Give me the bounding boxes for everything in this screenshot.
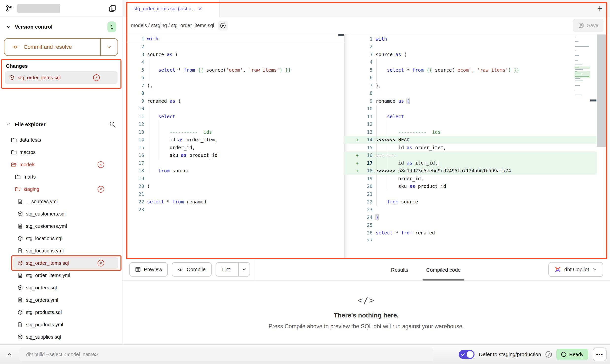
changes-annotation-box: Changes stg_order_items.sql ✕ xyxy=(1,59,121,89)
tree-item-label: macros xyxy=(19,149,36,155)
chevron-down-icon xyxy=(592,267,597,272)
defer-toggle[interactable] xyxy=(459,350,474,359)
file-explorer-header[interactable]: File explorer xyxy=(0,119,122,130)
code-line-18: +18>>>>>>> 58c1dd23d5eebd9cd2495fa7124ab… xyxy=(344,167,597,175)
dbt-copilot-button[interactable]: dbt Copilot xyxy=(548,262,603,277)
status-label: Ready xyxy=(569,352,583,357)
tree-item-label: models xyxy=(19,162,35,167)
line-number: 7 xyxy=(122,83,144,88)
line-number: 6 xyxy=(362,75,373,80)
line-number: 2 xyxy=(362,44,373,49)
code-editor-left[interactable]: 1with23source as (45 select * from {{ so… xyxy=(122,34,344,259)
close-icon[interactable]: ✕ xyxy=(198,6,202,12)
copy-icon[interactable] xyxy=(108,4,117,13)
tree-item-macros[interactable]: macros xyxy=(0,146,122,158)
new-tab-button[interactable]: + xyxy=(597,3,603,13)
lint-dropdown-button[interactable] xyxy=(238,263,250,276)
conflict-icon[interactable]: ✕ xyxy=(93,74,100,81)
tree-item-label: stg_locations.yml xyxy=(26,248,64,254)
line-number: 3 xyxy=(122,52,144,57)
version-control-badge: 1 xyxy=(107,21,116,32)
code-line-1: 1with xyxy=(344,35,597,43)
tree-item-staging[interactable]: staging✕ xyxy=(0,183,122,195)
chevron-up-icon[interactable] xyxy=(6,351,13,357)
empty-state-title: There's nothing here. xyxy=(334,312,399,319)
tab-results[interactable]: Results xyxy=(380,259,419,281)
code-line-16: +16======= xyxy=(344,151,597,159)
tree-item-stg_locations.yml[interactable]: stg_locations.yml xyxy=(0,245,122,257)
tree-item-marts[interactable]: marts xyxy=(0,171,122,183)
line-number: 8 xyxy=(122,90,144,96)
diff-added-marker: + xyxy=(344,137,362,142)
line-number: 15 xyxy=(122,145,144,150)
tree-item-stg_products.yml[interactable]: stg_products.yml xyxy=(0,318,122,331)
command-input[interactable] xyxy=(19,347,433,361)
conflict-icon[interactable]: ✕ xyxy=(98,186,104,193)
tree-item-stg_supplies.sql[interactable]: stg_supplies.sql xyxy=(0,331,122,343)
changes-file-name: stg_order_items.sql xyxy=(18,75,61,81)
code-line-13: 13 ---------- ids xyxy=(344,128,597,136)
tree-item-stg_orders.sql[interactable]: stg_orders.sql xyxy=(0,281,122,294)
line-content: id as item_id, xyxy=(376,160,438,166)
status-badge[interactable]: Ready xyxy=(556,349,588,360)
lineage-compass-icon[interactable] xyxy=(218,21,228,31)
breadcrumb-row: models / staging / stg_order_items.sql xyxy=(122,17,610,34)
code-line-14: 14 id as order_item, xyxy=(122,136,344,144)
tree-item-stg_orders.yml[interactable]: stg_orders.yml xyxy=(0,294,122,306)
diff-editor: 1with23source as (45 select * from {{ so… xyxy=(122,34,610,259)
tree-item-label: stg_orders.sql xyxy=(26,285,57,291)
commit-dropdown-button[interactable] xyxy=(100,39,118,55)
code-line-5: 5 select * from {{ source('ecom', 'raw_i… xyxy=(344,66,597,74)
line-number: 9 xyxy=(362,98,373,104)
preview-button[interactable]: Preview xyxy=(129,262,168,277)
lint-button[interactable]: Lint xyxy=(216,262,250,277)
tab-compiled-code[interactable]: Compiled code xyxy=(423,259,464,281)
help-icon[interactable]: ? xyxy=(545,351,552,358)
commit-and-resolve-button[interactable]: Commit and resolve xyxy=(4,38,118,56)
tree-item-stg_order_items.yml[interactable]: stg_order_items.yml xyxy=(0,269,122,281)
minimap[interactable] xyxy=(575,36,590,99)
code-line-1: 1with xyxy=(122,35,344,43)
code-editor-right[interactable]: 1with23source as (45 select * from {{ so… xyxy=(344,34,597,259)
code-line-27: 27 xyxy=(344,237,597,245)
compiled-code-panel: </> There's nothing here. Press Compile … xyxy=(122,281,610,344)
left-pane-scrollbar-thumb[interactable] xyxy=(338,34,344,36)
tree-item-stg_products.sql[interactable]: stg_products.sql xyxy=(0,306,122,318)
version-control-header[interactable]: Version control 1 xyxy=(0,22,122,32)
folder-open-icon xyxy=(11,162,17,167)
code-line-12: 12 xyxy=(344,120,597,128)
code-line-3: 3source as ( xyxy=(122,50,344,58)
changes-file-row[interactable]: stg_order_items.sql ✕ xyxy=(5,71,118,84)
line-number: 4 xyxy=(362,59,373,65)
code-line-24: 24) xyxy=(344,214,597,221)
tree-item-data-tests[interactable]: data-tests xyxy=(0,134,122,146)
model-icon xyxy=(17,211,23,217)
tree-item-stg_customers.yml[interactable]: stg_customers.yml xyxy=(0,220,122,232)
conflict-icon[interactable]: ✕ xyxy=(98,161,104,168)
search-icon[interactable] xyxy=(109,121,116,128)
line-content: select xyxy=(376,114,404,119)
line-number: 7 xyxy=(362,83,373,88)
line-number: 23 xyxy=(122,207,144,212)
tab-stg-order-items[interactable]: stg_order_items.sql (last c... ✕ xyxy=(128,0,220,17)
tree-item-label: stg_customers.sql xyxy=(26,211,66,217)
line-content: sku as product_id xyxy=(376,183,446,189)
line-number: 14 xyxy=(122,137,144,142)
line-content: id as order_item, xyxy=(147,137,218,142)
more-options-button[interactable]: ••• xyxy=(593,347,607,361)
tree-item-stg_customers.sql[interactable]: stg_customers.sql xyxy=(0,208,122,220)
line-content: renamed as ( xyxy=(147,98,181,104)
line-number: 3 xyxy=(362,52,373,57)
folder-icon xyxy=(15,174,21,180)
tree-item-models[interactable]: models✕ xyxy=(0,158,122,171)
compile-button[interactable]: Compile xyxy=(172,262,212,277)
save-button[interactable]: Save xyxy=(573,19,603,32)
tree-item-stg_order_items.sql[interactable]: stg_order_items.sql✕ xyxy=(0,257,122,269)
conflict-icon[interactable]: ✕ xyxy=(98,260,104,266)
tree-item-__sources.yml[interactable]: __sources.yml xyxy=(0,195,122,208)
tree-item-stg_locations.sql[interactable]: stg_locations.sql xyxy=(0,232,122,245)
scrollbar[interactable] xyxy=(597,34,607,147)
model-icon xyxy=(17,334,23,340)
code-line-10: 10 xyxy=(122,105,344,113)
line-content: order_id, xyxy=(376,176,424,181)
